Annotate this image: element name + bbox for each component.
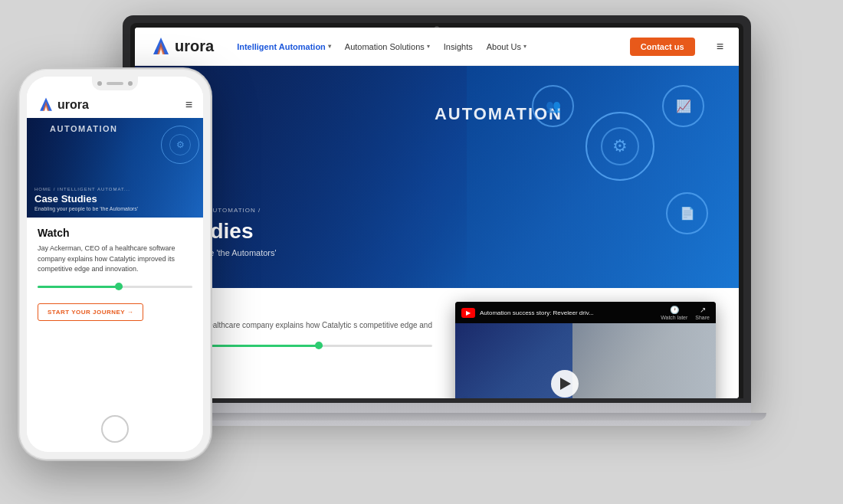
doc-icon: 📄 (680, 206, 695, 221)
video-play-button[interactable] (551, 370, 579, 398)
phone-automation-text: AUTOMATION (50, 124, 118, 133)
phone-home-button[interactable] (101, 415, 129, 443)
video-main-area: Impact the market (455, 323, 716, 398)
small-circle-1-icon: 👥 (532, 85, 574, 127)
watch-later-icon: 🕐 (670, 306, 679, 314)
small-circle-2-icon: 📈 (662, 85, 704, 127)
website: urora Intelligent Automation ▾ Automatio… (135, 28, 739, 398)
phone-logo-text: urora (57, 98, 89, 112)
site-content: n an, CEO of a healthcare company explai… (135, 288, 739, 398)
start-journey-button[interactable]: START YOUR JOURNEY → (38, 303, 143, 321)
people-icon: 👥 (546, 99, 561, 113)
phone-hero: ⚙ AUTOMATION HOME / INTELLIGENT AUTOMAT.… (27, 118, 203, 218)
phone-progress-dot (115, 283, 123, 290)
chevron-down-icon: ▾ (427, 43, 430, 50)
phone-inner: urora ≡ ⚙ AUTOMATION (27, 77, 203, 452)
small-circle-3-icon: 📄 (666, 192, 708, 234)
phone-watch-title: Watch (38, 227, 192, 239)
phone-screen: urora ≡ ⚙ AUTOMATION (27, 77, 203, 452)
phone-breadcrumb: HOME / INTELLIGENT AUTOMAT... (34, 187, 138, 191)
nav-insights[interactable]: Insights (444, 42, 473, 51)
chevron-down-icon: ▾ (523, 43, 526, 50)
phone-progress-area (38, 286, 192, 288)
share-icon: ↗ (700, 306, 706, 314)
phone-watch-text: Jay Ackerman, CEO of a healthcare softwa… (38, 244, 192, 275)
site-logo: urora (150, 36, 214, 57)
youtube-icon: ▶ (461, 308, 475, 318)
phone-front-camera (97, 81, 102, 86)
phone-hero-text: HOME / INTELLIGENT AUTOMAT... Case Studi… (34, 187, 138, 211)
phone-progress-fill (38, 286, 123, 288)
hamburger-icon[interactable]: ≡ (717, 40, 723, 54)
phone-notch (92, 77, 138, 90)
share-action[interactable]: ↗ Share (695, 306, 710, 320)
phone-outer: urora ≡ ⚙ AUTOMATION (19, 69, 211, 460)
chevron-down-icon: ▾ (328, 43, 331, 50)
svg-point-2 (155, 50, 158, 53)
scene: urora Intelligent Automation ▾ Automatio… (0, 0, 843, 504)
phone-sensor (128, 81, 133, 86)
phone-logo-icon (38, 97, 54, 113)
hero-circles-area: AUTOMATION ⚙ 👥 📈 (532, 81, 716, 250)
progress-dot (315, 342, 323, 349)
phone-hero-subtitle: Enabling your people to be 'the Automato… (34, 206, 138, 211)
phone: urora ≡ ⚙ AUTOMATION (19, 69, 211, 460)
phone-hero-title: Case Studies (34, 194, 138, 205)
laptop: urora Intelligent Automation ▾ Automatio… (123, 15, 751, 429)
chart-icon: 📈 (676, 99, 691, 113)
gear-circle-icon: ⚙ (586, 112, 654, 181)
video-impact-line1: Impact (463, 398, 533, 398)
video-embed[interactable]: ▶ Automation success story: Reveleer dri… (455, 302, 716, 398)
video-person-area (572, 323, 716, 398)
site-nav: urora Intelligent Automation ▾ Automatio… (135, 28, 739, 66)
phone-hamburger-icon[interactable]: ≡ (185, 98, 192, 112)
video-text-overlay: Impact the market (463, 398, 533, 398)
phone-speaker (107, 82, 123, 85)
watch-later-action[interactable]: 🕐 Watch later (661, 306, 687, 320)
contact-us-button[interactable]: Contact us (630, 38, 695, 56)
video-actions: 🕐 Watch later ↗ Share (661, 306, 710, 320)
nav-automation-solutions[interactable]: Automation Solutions ▾ (345, 42, 430, 51)
phone-gear-icon: ⚙ (169, 134, 191, 155)
nav-links: Intelligent Automation ▾ Automation Solu… (237, 42, 526, 51)
gear-icon: ⚙ (601, 127, 639, 165)
svg-point-5 (41, 107, 44, 110)
video-top-bar: ▶ Automation success story: Reveleer dri… (455, 302, 716, 323)
phone-logo: urora (38, 97, 89, 113)
nav-about-us[interactable]: About Us ▾ (487, 42, 526, 51)
phone-gear-circle: ⚙ (161, 126, 199, 164)
phone-hero-circles: ⚙ (161, 126, 199, 164)
play-triangle-icon (560, 378, 571, 390)
phone-nav: urora ≡ (27, 92, 203, 118)
phone-progress-track (38, 286, 192, 288)
logo-icon (150, 36, 172, 57)
nav-intelligent-automation[interactable]: Intelligent Automation ▾ (237, 42, 331, 51)
video-title: Automation success story: Reveleer driv.… (480, 309, 656, 316)
logo-text: urora (175, 38, 214, 55)
laptop-bezel: urora Intelligent Automation ▾ Automatio… (130, 23, 743, 398)
laptop-screen: urora Intelligent Automation ▾ Automatio… (135, 28, 739, 398)
laptop-body: urora Intelligent Automation ▾ Automatio… (123, 15, 751, 406)
site-hero: AUTOMATION ⚙ 👥 📈 (135, 66, 739, 288)
